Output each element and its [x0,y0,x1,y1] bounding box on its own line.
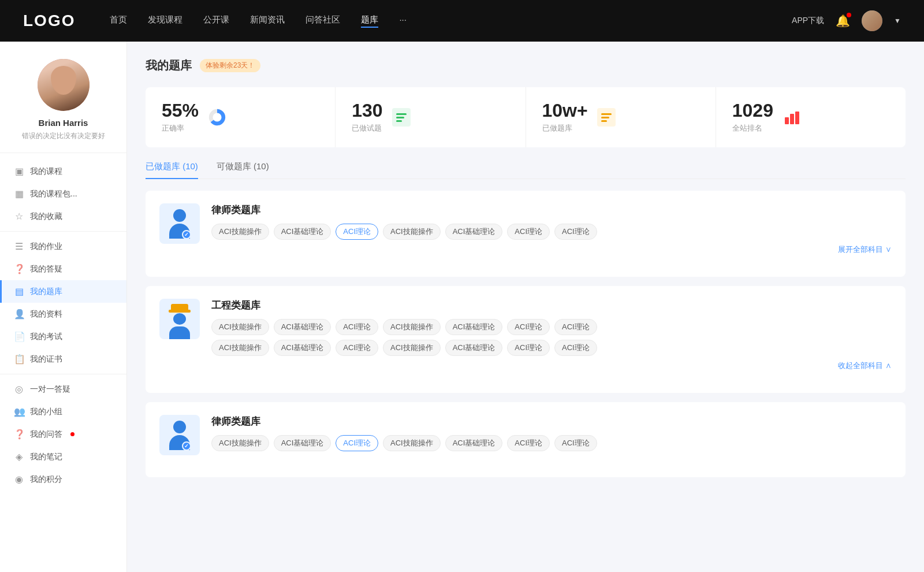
stat-done-banks-value: 10w+ [542,101,588,120]
sidebar-item-label: 我的考试 [30,332,62,342]
nav-item-more[interactable]: ··· [399,14,407,28]
tag[interactable]: ACI理论 [336,340,378,356]
tag[interactable]: ACI技能操作 [211,319,269,335]
bar-chart-icon [783,108,801,127]
nav-item-news[interactable]: 新闻资讯 [250,14,285,28]
tag[interactable]: ACI基础理论 [445,435,503,451]
sidebar-item-profile[interactable]: 👤 我的资料 [0,303,126,325]
svg-point-1 [213,113,221,121]
list-green-icon [392,108,411,127]
person-head [173,209,186,222]
tag[interactable]: ACI理论 [507,319,550,335]
tag[interactable]: ACI理论 [554,319,597,335]
qbank-card-lawyer1: ✓ 律师类题库 ACI技能操作 ACI基础理论 ACI理论 ACI技能操作 AC… [146,191,906,277]
stat-ranking-texts: 1029 全站排名 [732,101,773,133]
tab-done-banks[interactable]: 已做题库 (10) [146,161,198,179]
tag[interactable]: ACI基础理论 [274,224,331,240]
tag[interactable]: ACI理论 [507,340,550,356]
nav-item-home[interactable]: 首页 [110,14,127,28]
nav-item-qa[interactable]: 问答社区 [305,14,340,28]
sidebar-item-points[interactable]: ◉ 我的积分 [0,468,126,491]
tag[interactable]: ACI基础理论 [445,319,503,335]
person-head [173,421,186,433]
notification-dot [847,13,851,17]
person-badge: ✓ [182,230,191,239]
qbank-card-engineer: 工程类题库 ACI技能操作 ACI基础理论 ACI理论 ACI技能操作 ACI基… [146,286,906,393]
stat-accuracy-icon [207,107,228,128]
sidebar: Brian Harris 错误的决定比没有决定要好 ▣ 我的课程 ▦ 我的课程包… [0,42,127,572]
tag[interactable]: ACI基础理论 [445,224,503,240]
stat-done-questions-label: 已做试题 [352,123,382,133]
nav-item-open-course[interactable]: 公开课 [203,14,229,28]
sidebar-item-favorites[interactable]: ☆ 我的收藏 [0,205,126,228]
tag[interactable]: ACI理论 [507,435,550,451]
navbar-right: APP下载 🔔 ▼ [792,10,901,31]
points-icon: ◉ [14,474,24,485]
tag[interactable]: ACI技能操作 [383,224,441,240]
sidebar-item-course-pkg[interactable]: ▦ 我的课程包... [0,183,126,205]
tag[interactable]: ACI基础理论 [274,435,331,451]
tag-active[interactable]: ACI理论 [336,224,378,240]
course-icon: ▣ [14,166,24,177]
sidebar-item-qbank[interactable]: ▤ 我的题库 [0,280,126,303]
tag[interactable]: ACI技能操作 [383,435,441,451]
stat-ranking-icon [781,107,802,128]
tag[interactable]: ACI理论 [554,224,597,240]
sidebar-item-one-on-one[interactable]: ◎ 一对一答疑 [0,378,126,400]
profile-name: Brian Harris [12,118,115,128]
sidebar-item-label: 我的答疑 [30,264,62,274]
cert-icon: 📋 [14,354,24,365]
qbank-icon-engineer [159,299,200,339]
sidebar-item-questions[interactable]: ❓ 我的答疑 [0,258,126,280]
nav-item-discover[interactable]: 发现课程 [148,14,182,28]
homework-icon: ☰ [14,241,24,252]
sidebar-item-label: 一对一答疑 [30,384,70,395]
tag[interactable]: ACI技能操作 [383,340,441,356]
app-download-button[interactable]: APP下载 [792,16,824,26]
user-avatar[interactable] [862,10,882,31]
logo[interactable]: LOGO [23,12,75,30]
notification-bell[interactable]: 🔔 [836,14,850,28]
profile-motto: 错误的决定比没有决定要好 [12,131,115,141]
collapse-button[interactable]: 收起全部科目 ∧ [211,361,892,371]
sidebar-item-my-course[interactable]: ▣ 我的课程 [0,160,126,183]
stat-done-questions-texts: 130 已做试题 [352,101,382,133]
sidebar-profile: Brian Harris 错误的决定比没有决定要好 [0,59,126,153]
sidebar-item-label: 我的作业 [30,242,62,252]
qbank-tags-row2: ACI技能操作 ACI基础理论 ACI理论 ACI技能操作 ACI基础理论 AC… [211,340,892,356]
tag[interactable]: ACI理论 [507,224,550,240]
stat-done-questions-icon [391,107,412,128]
nav-item-qbank[interactable]: 题库 [361,14,378,28]
profile-icon: 👤 [14,309,24,320]
tag[interactable]: ACI理论 [554,340,597,356]
tag[interactable]: ACI技能操作 [383,319,441,335]
tag[interactable]: ACI技能操作 [211,224,269,240]
trial-badge: 体验剩余23天！ [200,59,260,72]
sidebar-item-homework[interactable]: ☰ 我的作业 [0,235,126,258]
sidebar-item-notes[interactable]: ◈ 我的笔记 [0,445,126,468]
sidebar-item-my-answers[interactable]: ❓ 我的问答 [0,423,126,445]
qbank-card-header: 工程类题库 ACI技能操作 ACI基础理论 ACI理论 ACI技能操作 ACI基… [159,299,892,371]
sidebar-item-cert[interactable]: 📋 我的证书 [0,348,126,370]
qbank-card-body: 律师类题库 ACI技能操作 ACI基础理论 ACI理论 ACI技能操作 ACI基… [211,415,892,451]
tab-available-banks[interactable]: 可做题库 (10) [217,161,269,179]
expand-button[interactable]: 展开全部科目 ∨ [211,244,892,255]
tag[interactable]: ACI技能操作 [211,340,269,356]
sidebar-item-group[interactable]: 👥 我的小组 [0,400,126,423]
tag[interactable]: ACI基础理论 [274,340,331,356]
stats-row: 55% 正确率 130 已做试题 [146,87,906,147]
stat-done-banks-icon [596,107,617,128]
stat-ranking: 1029 全站排名 [716,87,906,147]
stat-done-banks: 10w+ 已做题库 [526,87,716,147]
user-dropdown-arrow[interactable]: ▼ [894,17,901,25]
tag[interactable]: ACI技能操作 [211,435,269,451]
course-pkg-icon: ▦ [14,188,24,199]
tag[interactable]: ACI理论 [554,435,597,451]
tag[interactable]: ACI基础理论 [445,340,503,356]
tag-active[interactable]: ACI理论 [336,435,378,451]
main-content: 我的题库 体验剩余23天！ 55% 正确率 [127,42,924,572]
tag[interactable]: ACI理论 [336,319,378,335]
tag[interactable]: ACI基础理论 [274,319,331,335]
answers-notification-dot [70,432,74,436]
sidebar-item-exam[interactable]: 📄 我的考试 [0,325,126,348]
